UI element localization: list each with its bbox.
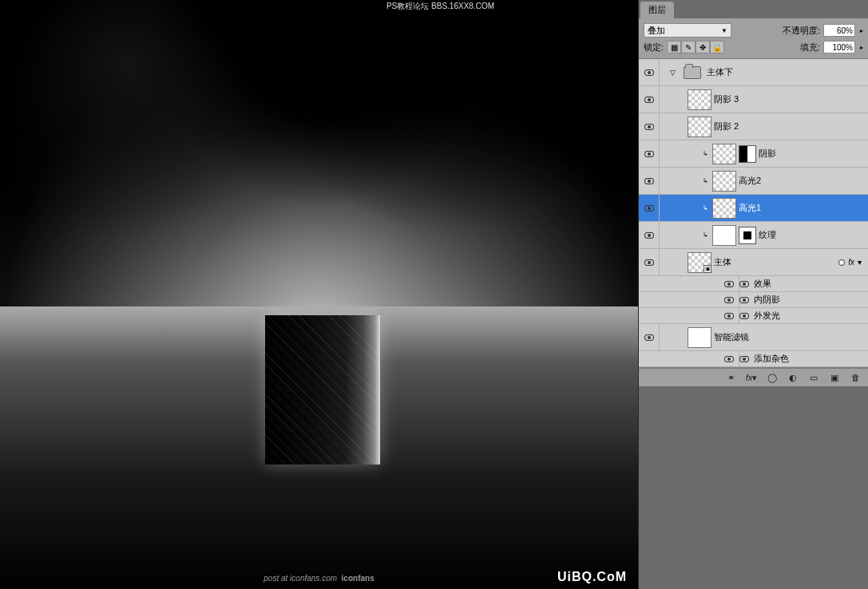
layer-thumbnail[interactable] <box>712 144 736 164</box>
eye-icon <box>724 297 734 303</box>
eye-icon <box>644 259 654 266</box>
lock-transparent-button[interactable]: ▦ <box>667 41 681 53</box>
eye-icon <box>739 356 749 362</box>
layer-row[interactable]: ▽主体下 <box>639 59 868 86</box>
group-icon[interactable]: ▭ <box>806 371 822 384</box>
visibility-toggle[interactable] <box>639 222 660 248</box>
eye-icon <box>644 334 654 341</box>
layer-name[interactable]: 阴影 2 <box>714 121 739 132</box>
clip-indicator: ↳ <box>703 150 708 157</box>
blend-mode-select[interactable]: 叠加▼ <box>644 23 731 38</box>
opacity-input[interactable] <box>823 24 855 37</box>
layer-thumbnail[interactable] <box>712 171 736 192</box>
mask-icon[interactable]: ◯ <box>764 371 780 384</box>
fx-indicator[interactable]: fx ▾ <box>838 258 862 267</box>
layer-row[interactable]: 效果 <box>639 276 868 292</box>
layer-thumbnail[interactable] <box>712 225 736 246</box>
watermark-bottom: UiBQ.CoM <box>557 570 627 584</box>
effect-name: 效果 <box>754 278 771 290</box>
folder-icon <box>680 62 704 83</box>
opacity-label: 不透明度: <box>783 25 820 37</box>
layer-row[interactable]: ▣主体fx ▾ <box>639 249 868 276</box>
layer-thumbnail[interactable]: ▣ <box>688 252 711 273</box>
clip-indicator: ↳ <box>703 177 708 184</box>
clip-indicator: ↳ <box>703 204 708 211</box>
layer-row[interactable]: 添加杂色 <box>639 351 868 367</box>
panel-tabs: 图层 <box>639 0 868 18</box>
visibility-toggle[interactable] <box>639 195 660 221</box>
layer-name[interactable]: 纹理 <box>759 229 776 241</box>
layer-thumbnail[interactable] <box>688 327 711 348</box>
layer-row[interactable]: 内阴影 <box>639 292 868 308</box>
layer-row[interactable]: 阴影 3 <box>639 86 868 113</box>
layer-row[interactable]: 外发光 <box>639 308 868 324</box>
lock-position-button[interactable]: ✥ <box>696 41 710 53</box>
lock-all-button[interactable]: 🔒 <box>710 41 724 53</box>
layer-name[interactable]: 高光2 <box>739 175 761 187</box>
effect-name: 外发光 <box>754 310 780 322</box>
sky-gradient <box>0 0 638 324</box>
visibility-toggle[interactable] <box>639 324 660 350</box>
visibility-toggle[interactable] <box>719 308 739 323</box>
layer-thumbnail[interactable] <box>688 89 711 110</box>
layer-thumbnail[interactable] <box>712 198 736 219</box>
eye-icon <box>644 97 654 103</box>
eye-icon <box>644 124 654 130</box>
visibility-toggle[interactable] <box>639 113 660 140</box>
layer-name[interactable]: 阴影 3 <box>714 93 739 105</box>
visibility-toggle[interactable] <box>639 140 660 167</box>
layers-list[interactable]: ▽主体下阴影 3阴影 2↳阴影↳高光2↳高光1↳纹理▣主体fx ▾效果内阴影外发… <box>639 59 868 368</box>
visibility-toggle[interactable] <box>719 292 739 307</box>
eye-icon <box>644 205 654 211</box>
visibility-toggle[interactable] <box>639 168 660 194</box>
effect-name: 添加杂色 <box>754 353 789 365</box>
layer-row[interactable]: ↳纹理 <box>639 222 868 249</box>
chevron-right-icon[interactable]: ▸ <box>860 27 863 34</box>
visibility-toggle[interactable] <box>719 351 739 366</box>
smart-object-badge: ▣ <box>704 265 711 273</box>
layer-name[interactable]: 阴影 <box>759 148 776 160</box>
chevron-right-icon[interactable]: ▸ <box>860 44 863 51</box>
layer-name[interactable]: 主体下 <box>707 66 733 78</box>
group-toggle[interactable]: ▽ <box>670 69 676 77</box>
lock-pixels-button[interactable]: ✎ <box>681 41 696 53</box>
layer-thumbnail[interactable] <box>688 117 711 137</box>
visibility-toggle[interactable] <box>639 249 660 275</box>
lock-label: 锁定: <box>644 42 664 53</box>
layer-row[interactable]: ↳阴影 <box>639 140 868 168</box>
layers-bottom-bar: ⚭ fx▾ ◯ ◐ ▭ ▣ 🗑 <box>639 368 868 386</box>
chevron-down-icon: ▼ <box>721 27 727 34</box>
eye-icon <box>739 281 749 287</box>
watermark-top: PS教程论坛 BBS.16XX8.COM <box>386 2 494 11</box>
layer-name[interactable]: 高光1 <box>739 202 761 214</box>
visibility-toggle[interactable] <box>639 59 660 85</box>
fill-input[interactable] <box>823 41 855 53</box>
layer-name[interactable]: 智能滤镜 <box>714 331 749 343</box>
eye-icon <box>644 232 654 239</box>
layer-row-selected[interactable]: ↳高光1 <box>639 195 868 222</box>
eye-icon <box>644 178 654 184</box>
layer-row[interactable]: 阴影 2 <box>639 113 868 140</box>
eye-icon <box>644 151 654 157</box>
adjust-icon[interactable]: ◐ <box>785 371 801 384</box>
credit-text: post at iconfans.com iconfans <box>264 574 374 583</box>
layer-name[interactable]: 主体 <box>714 256 731 268</box>
trash-icon[interactable]: 🗑 <box>847 371 863 384</box>
visibility-toggle[interactable] <box>719 276 739 291</box>
new-icon[interactable]: ▣ <box>826 371 842 384</box>
fill-label: 填充: <box>800 42 820 53</box>
panel-empty-space <box>639 386 868 589</box>
document-canvas[interactable]: PS教程论坛 BBS.16XX8.COM post at iconfans.co… <box>0 0 638 589</box>
layer-row[interactable]: ↳高光2 <box>639 168 868 195</box>
effect-name: 内阴影 <box>754 294 780 306</box>
eye-icon <box>724 281 734 287</box>
monolith-object <box>265 315 380 464</box>
layer-mask[interactable] <box>739 145 756 163</box>
fx-icon[interactable]: fx▾ <box>743 371 759 384</box>
tab-layers[interactable]: 图层 <box>640 2 674 18</box>
link-icon[interactable]: ⚭ <box>723 371 739 384</box>
visibility-toggle[interactable] <box>639 86 660 113</box>
layer-mask[interactable] <box>739 227 756 244</box>
layer-row[interactable]: 智能滤镜 <box>639 324 868 351</box>
eye-icon <box>739 313 749 319</box>
